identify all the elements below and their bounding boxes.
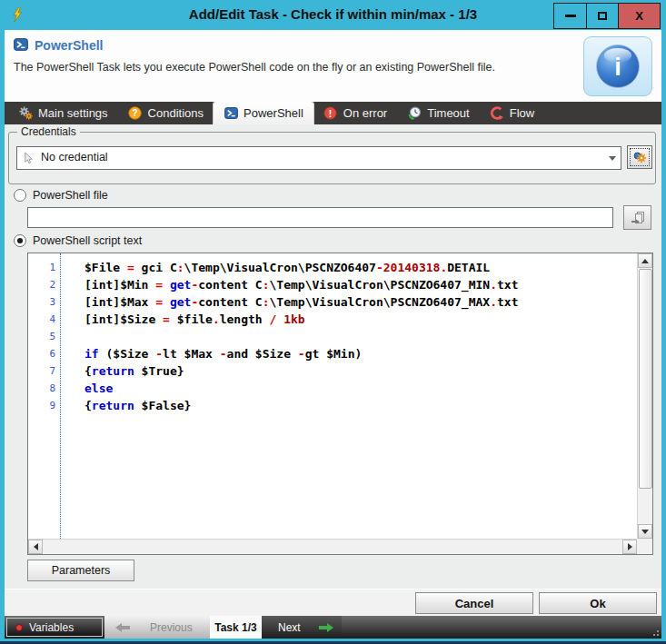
line-number: 8 (28, 380, 60, 397)
code-line: {return $False} (84, 397, 637, 414)
line-number: 6 (28, 345, 60, 362)
powershell-script-label: PowerShell script text (33, 234, 142, 247)
tab-label: Main settings (38, 106, 108, 120)
powershell-script-radio[interactable] (14, 234, 26, 247)
tab-on-error[interactable]: !On error (313, 102, 397, 124)
line-number: 2 (28, 276, 60, 293)
question-icon: ? (128, 106, 143, 121)
credential-selected-value: No credential (41, 147, 108, 168)
tab-timeout[interactable]: Timeout (397, 102, 479, 124)
code-line: [int]$Max = get-content C:\Temp\VisualCr… (84, 293, 637, 311)
vertical-scroll-thumb[interactable] (639, 269, 652, 489)
credentials-group-label: Credentials (17, 125, 80, 138)
flow-icon (490, 106, 504, 121)
svg-text:?: ? (132, 108, 137, 118)
scrollbar-corner (637, 539, 652, 554)
credential-dropdown[interactable]: No credential (16, 146, 621, 170)
svg-text:!: ! (329, 109, 332, 119)
dialog-body: PowerShell The PowerShell Task lets you … (5, 30, 661, 638)
dropdown-arrow-icon[interactable] (604, 147, 621, 169)
manage-credentials-button[interactable] (627, 145, 652, 169)
next-label: Next (278, 621, 301, 634)
cancel-button[interactable]: Cancel (415, 592, 533, 614)
tab-conditions[interactable]: ?Conditions (118, 102, 214, 124)
header: PowerShell The PowerShell Task lets you … (5, 30, 661, 102)
code-line: [int]$Size = $file.length / 1kb (84, 311, 637, 328)
tab-content: Credentials No credential PowerShell fil… (5, 124, 661, 589)
task-page-indicator: Task 1/3 (210, 616, 262, 639)
line-number: 7 (28, 362, 60, 380)
tab-label: Conditions (148, 106, 204, 120)
minimize-button[interactable] (554, 4, 586, 28)
previous-button[interactable]: Previous (104, 616, 210, 639)
maximize-button[interactable] (586, 4, 618, 28)
line-number: 1 (28, 259, 60, 276)
browse-file-button[interactable] (623, 205, 651, 230)
tab-powershell[interactable]: PowerShell (214, 102, 313, 124)
code-line: else (84, 380, 637, 397)
credential-gear-icon (632, 150, 647, 164)
tab-flow[interactable]: Flow (480, 102, 544, 124)
tab-bar: Main settings?ConditionsPowerShell!On er… (5, 102, 661, 124)
scroll-up-icon[interactable] (638, 253, 652, 268)
tab-main-settings[interactable]: Main settings (8, 102, 118, 124)
maximize-icon (598, 12, 607, 20)
previous-arrow-icon (115, 623, 130, 632)
page-title: PowerShell (35, 38, 103, 53)
previous-label: Previous (150, 621, 193, 634)
credentials-group: Credentials No credential (8, 132, 656, 184)
next-button[interactable]: Next (262, 616, 342, 639)
error-icon: ! (323, 106, 338, 121)
info-button[interactable]: i (583, 36, 652, 96)
horizontal-scrollbar[interactable] (28, 539, 637, 554)
close-button[interactable]: X (618, 4, 660, 28)
scroll-down-icon[interactable] (638, 524, 652, 539)
line-number: 4 (28, 311, 60, 328)
line-number: 5 (28, 328, 60, 345)
powershell-script-option[interactable]: PowerShell script text (14, 234, 142, 247)
powershell-file-option[interactable]: PowerShell file (14, 189, 108, 202)
footer-button-strip: Cancel Ok (5, 589, 661, 616)
tab-label: Timeout (427, 106, 469, 120)
vertical-scrollbar[interactable] (637, 253, 652, 539)
tab-label: Flow (510, 106, 534, 120)
close-icon: X (635, 9, 643, 23)
code-line: $File = gci C:\Temp\VisualCron\PSCNZO640… (84, 259, 637, 276)
script-editor[interactable]: 123456789 $File = gci C:\Temp\VisualCron… (27, 253, 653, 555)
minimize-icon (565, 15, 576, 17)
scroll-right-icon[interactable] (622, 540, 637, 554)
parameters-button[interactable]: Parameters (27, 560, 134, 581)
task-page-label: Task 1/3 (214, 621, 256, 634)
title-bar[interactable]: Add/Edit Task - Check if within min/max … (0, 0, 666, 30)
resize-grip[interactable] (650, 627, 659, 636)
ok-button[interactable]: Ok (539, 592, 657, 614)
tab-label: PowerShell (244, 106, 303, 120)
code-line: [int]$Min = get-content C:\Temp\VisualCr… (84, 276, 637, 293)
scroll-left-icon[interactable] (28, 540, 43, 554)
info-icon: i (596, 45, 640, 88)
gears-icon (18, 106, 33, 121)
powershell-icon (224, 106, 238, 121)
line-number: 9 (28, 397, 60, 414)
code-line (84, 328, 637, 345)
timeout-icon (407, 106, 422, 121)
editor-gutter: 123456789 (28, 253, 61, 539)
powershell-icon (14, 37, 28, 52)
editor-code-area[interactable]: $File = gci C:\Temp\VisualCron\PSCNZO640… (62, 253, 637, 539)
next-arrow-icon (319, 623, 333, 632)
tab-label: On error (343, 106, 387, 120)
powershell-file-label: PowerShell file (33, 189, 108, 202)
window-controls: X (553, 3, 661, 29)
variables-label: Variables (29, 621, 74, 634)
powershell-file-radio[interactable] (14, 189, 26, 202)
variables-button[interactable]: Variables (6, 618, 103, 637)
dialog-window: Add/Edit Task - Check if within min/max … (0, 0, 666, 644)
task-description: The PowerShell Task lets you execute Pow… (14, 61, 495, 74)
code-line: {return $True} (84, 362, 637, 380)
code-line: if ($Size -lt $Max -and $Size -gt $Min) (84, 345, 637, 362)
line-number: 3 (28, 293, 60, 311)
variables-dot-icon (15, 624, 23, 631)
browse-file-icon (631, 211, 645, 225)
cursor-icon (21, 151, 35, 165)
powershell-file-path-input[interactable] (27, 207, 613, 228)
